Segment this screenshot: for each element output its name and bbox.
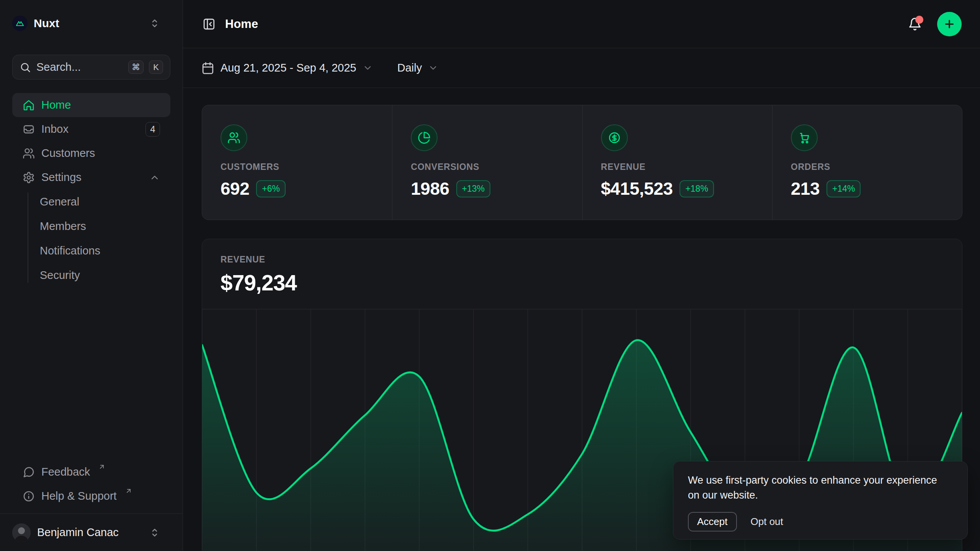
chevron-up-down-icon (149, 18, 160, 29)
stat-value: $415,523 (601, 178, 673, 199)
cookie-message: We use first-party cookies to enhance yo… (688, 473, 941, 503)
pie-chart-icon (411, 124, 438, 151)
message-circle-icon (23, 466, 35, 478)
chevron-up-down-icon (149, 527, 160, 538)
footer-link-label: Feedback (41, 466, 90, 478)
add-button[interactable] (937, 12, 962, 36)
stat-value: 1986 (411, 178, 449, 199)
granularity-select[interactable]: Daily (397, 62, 438, 74)
inbox-icon (23, 123, 35, 135)
subnav-label: Notifications (40, 245, 100, 257)
chevron-down-icon (428, 63, 438, 73)
user-menu-button[interactable]: Benjamin Canac (12, 514, 170, 551)
sidebar-item-inbox[interactable]: Inbox 4 (12, 117, 170, 141)
sidebar-item-security[interactable]: Security (12, 263, 170, 287)
stat-delta-badge: +6% (256, 180, 286, 197)
page-title: Home (225, 17, 258, 31)
revenue-chart-value: $79,234 (220, 270, 962, 295)
search-field[interactable]: ⌘ K (12, 55, 170, 80)
date-range-label: Aug 21, 2025 - Sep 4, 2025 (220, 62, 356, 74)
help-support-link[interactable]: Help & Support (12, 484, 170, 508)
plus-icon (943, 18, 956, 30)
external-link-icon (125, 487, 132, 495)
search-icon (20, 62, 31, 73)
user-name: Benjamin Canac (37, 526, 119, 539)
shopping-cart-icon (791, 124, 818, 151)
sidebar-item-home[interactable]: Home (12, 93, 170, 117)
inbox-count-badge: 4 (145, 122, 160, 137)
workspace-name: Nuxt (34, 17, 59, 30)
avatar (12, 523, 31, 542)
stat-label: ORDERS (791, 162, 951, 172)
cookie-banner: We use first-party cookies to enhance yo… (673, 461, 968, 540)
sidebar-item-members[interactable]: Members (12, 214, 170, 238)
k-keycap: K (149, 60, 163, 74)
sidebar-item-customers[interactable]: Customers (12, 141, 170, 165)
stats-summary-card: CUSTOMERS 692 +6% CONVERSIONS 1986 +13% (202, 105, 962, 220)
stat-conversions: CONVERSIONS 1986 +13% (392, 105, 582, 220)
home-icon (23, 99, 35, 111)
stat-label: CUSTOMERS (220, 162, 381, 172)
chevron-down-icon (363, 63, 373, 73)
notifications-button[interactable] (906, 15, 924, 33)
stat-revenue: REVENUE $415,523 +18% (582, 105, 772, 220)
notification-dot (915, 16, 923, 24)
stat-delta-badge: +18% (679, 180, 714, 197)
stat-customers: CUSTOMERS 692 +6% (202, 105, 392, 220)
info-icon (23, 490, 35, 502)
stat-delta-badge: +13% (456, 180, 490, 197)
sidebar-item-settings[interactable]: Settings (12, 165, 170, 189)
accept-cookies-button[interactable]: Accept (688, 512, 737, 531)
footer-link-label: Help & Support (41, 490, 117, 502)
stat-label: REVENUE (601, 162, 761, 172)
cmd-keycap: ⌘ (128, 60, 144, 74)
chevron-up-icon (149, 172, 160, 183)
sidebar-item-general[interactable]: General (12, 189, 170, 214)
sidebar-item-label: Customers (41, 147, 95, 160)
sidebar-item-notifications[interactable]: Notifications (12, 238, 170, 263)
users-icon (23, 147, 35, 160)
calendar-icon (201, 62, 214, 75)
sidebar-footer: Feedback Help & Support (12, 460, 170, 551)
filter-bar: Aug 21, 2025 - Sep 4, 2025 Daily (183, 48, 980, 88)
stat-value: 692 (220, 178, 249, 199)
header-actions (906, 12, 962, 36)
nuxt-logo-icon (12, 16, 28, 31)
sidebar-nav: Home Inbox 4 Customers (12, 93, 170, 287)
date-range-picker[interactable]: Aug 21, 2025 - Sep 4, 2025 (201, 62, 373, 75)
sidebar-item-label: Home (41, 99, 71, 111)
stat-orders: ORDERS 213 +14% (772, 105, 962, 220)
sidebar: Nuxt ⌘ K Home (0, 0, 183, 551)
granularity-label: Daily (397, 62, 422, 74)
users-icon (220, 124, 247, 151)
gear-icon (23, 171, 35, 184)
stat-delta-badge: +14% (826, 180, 861, 197)
subnav-label: General (40, 196, 79, 208)
stat-label: CONVERSIONS (411, 162, 570, 172)
stat-value: 213 (791, 178, 820, 199)
feedback-link[interactable]: Feedback (12, 460, 170, 484)
workspace-switcher[interactable]: Nuxt (12, 13, 170, 34)
optout-cookies-button[interactable]: Opt out (751, 516, 783, 528)
settings-subnav: General Members Notifications Security (12, 189, 170, 287)
app-header: Home (183, 0, 980, 48)
external-link-icon (98, 463, 106, 471)
search-input[interactable] (36, 61, 123, 73)
subnav-label: Members (40, 220, 86, 233)
panel-left-close-icon (203, 18, 216, 31)
collapse-sidebar-button[interactable] (201, 16, 217, 32)
user-section: Benjamin Canac (0, 514, 183, 551)
revenue-chart-label: REVENUE (220, 254, 962, 265)
circle-dollar-icon (601, 124, 628, 151)
sidebar-item-label: Settings (41, 171, 82, 184)
subnav-label: Security (40, 269, 80, 282)
sidebar-item-label: Inbox (41, 123, 69, 135)
